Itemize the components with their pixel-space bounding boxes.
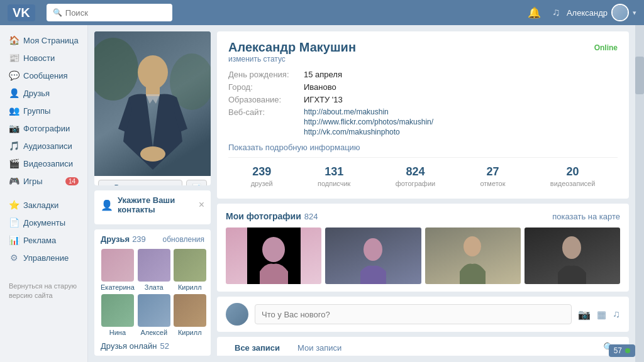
scroll-thumb[interactable] [635, 57, 644, 94]
list-item[interactable]: Кирилл [174, 294, 206, 336]
friends-header: Друзья 239 обновления [101, 234, 204, 244]
audio-icon: 🎵 [9, 141, 19, 151]
topbar: VK 🔍 🔔 ♫ Александр ▾ [0, 0, 644, 25]
city-label: Город: [228, 82, 304, 92]
sidebar-item-games[interactable]: 🎮 Игры 14 [0, 172, 87, 190]
sidebar-item-ads[interactable]: 📊 Реклама [0, 231, 87, 249]
education-label: Образование: [228, 95, 304, 104]
sidebar-item-audio[interactable]: 🎵 Аудиозаписи [0, 137, 87, 155]
photos-map-link[interactable]: показать на карте [552, 212, 620, 221]
stat-photos[interactable]: 824 фотографии [396, 165, 436, 187]
user-name: Александр [567, 8, 608, 18]
search-bar[interactable]: 🔍 [47, 4, 172, 21]
avatar [611, 4, 629, 21]
list-item[interactable]: Алексей [138, 294, 170, 336]
sidebar-back-link[interactable]: Вернуться на старую версию сайта [0, 277, 87, 306]
friends-title: Друзья [101, 234, 130, 244]
sidebar-item-video[interactable]: 🎬 Видеозаписи [0, 155, 87, 172]
city-value: Иваново [304, 82, 336, 92]
friends-icon: 👤 [9, 88, 19, 98]
list-item[interactable]: Кирилл [174, 249, 206, 291]
tabs-section: Все записи Мои записи 🔍 [217, 337, 629, 356]
stat-subscribers[interactable]: 131 подписчик [318, 165, 350, 187]
profile-photo-actions: Редактировать 📊 [94, 176, 211, 185]
bottom-badge-count: 57 [614, 346, 622, 355]
search-input[interactable] [65, 8, 166, 18]
photo-thumb-1[interactable] [226, 228, 321, 284]
profile-photo-card: Редактировать 📊 [94, 31, 211, 185]
photos-title: Мои фотографии [226, 211, 301, 221]
post-camera-icon[interactable]: 📷 [578, 309, 591, 321]
friends-updates-link[interactable]: обновления [163, 235, 204, 244]
sidebar-item-news[interactable]: 📰 Новости [0, 49, 87, 67]
post-actions: 📷 ▦ ♫ [578, 309, 620, 321]
profile-name-text: Александр Макушин [228, 40, 356, 55]
sidebar-item-docs[interactable]: 📄 Документы [0, 214, 87, 231]
topbar-icons: 🔔 ♫ [528, 6, 560, 19]
ads-icon: 📊 [9, 235, 19, 245]
photo-svg-4 [545, 228, 599, 284]
photo-svg-3 [446, 228, 499, 284]
svg-point-9 [464, 236, 481, 256]
stat-likes[interactable]: 27 отметок [480, 165, 505, 187]
website-link-1[interactable]: http://about.me/makushin [304, 107, 433, 116]
post-grid-icon[interactable]: ▦ [597, 309, 606, 321]
photo-thumb-3[interactable] [425, 228, 521, 284]
friend-name: Екатерина [101, 283, 135, 291]
photos-section: Мои фотографии 824 показать на карте [217, 204, 629, 292]
list-item[interactable]: Екатерина [101, 249, 135, 291]
games-icon: 🎮 [9, 176, 19, 186]
show-more-link[interactable]: Показать подробную информацию [228, 143, 618, 152]
photos-header: Мои фотографии 824 показать на карте [226, 211, 620, 221]
sidebar-item-groups[interactable]: 👥 Группы [0, 102, 87, 119]
website-link-2[interactable]: http://www.flickr.com/photos/makushin/ [304, 118, 433, 126]
photos-grid [226, 228, 620, 284]
svg-point-7 [262, 237, 285, 262]
stat-videos-label: видеозаписей [550, 180, 596, 187]
list-item[interactable]: Нина [101, 294, 135, 336]
tab-my-posts[interactable]: Мои записи [289, 337, 350, 356]
photo-thumb-4[interactable] [525, 228, 620, 284]
contacts-widget: 👤 Укажите Ваши контакты × [94, 190, 211, 224]
photo-thumb-2[interactable] [325, 228, 421, 284]
online-dot [625, 348, 630, 353]
contacts-close-button[interactable]: × [199, 199, 204, 211]
edit-button[interactable]: Редактировать [98, 180, 182, 185]
profile-status-link[interactable]: изменить статус [228, 55, 618, 63]
bottom-badge[interactable]: 57 [609, 344, 635, 357]
video-icon: 🎬 [9, 158, 19, 168]
stat-videos[interactable]: 20 видеозаписей [550, 165, 596, 187]
stat-friends[interactable]: 239 друзей [251, 165, 273, 187]
sidebar-item-settings[interactable]: ⚙ Управление [0, 249, 87, 266]
notifications-icon[interactable]: 🔔 [528, 6, 541, 19]
sidebar-item-my-page[interactable]: 🏠 Моя Страница [0, 31, 87, 49]
photo-svg-1 [247, 228, 301, 284]
dropdown-icon[interactable]: ▾ [633, 9, 636, 17]
education-field: Образование: ИГХТУ '13 [228, 95, 618, 104]
contacts-icon: 👤 [101, 199, 113, 211]
post-music-icon[interactable]: ♫ [613, 309, 620, 321]
birthday-field: День рождения: 15 апреля [228, 70, 618, 79]
post-input[interactable] [255, 304, 572, 324]
sidebar-item-photos[interactable]: 📷 Фотографии [0, 119, 87, 137]
sidebar-item-messages[interactable]: 💬 Сообщения [0, 67, 87, 84]
tab-all-posts[interactable]: Все записи [226, 337, 289, 356]
scrollbar[interactable] [635, 25, 644, 362]
vk-logo[interactable]: VK [8, 4, 35, 21]
stat-likes-label: отметок [480, 180, 505, 187]
main-layout: 🏠 Моя Страница 📰 Новости 💬 Сообщения 👤 Д… [0, 25, 644, 362]
stat-subscribers-label: подписчик [318, 180, 350, 187]
education-value: ИГХТУ '13 [304, 95, 343, 104]
website-link-3[interactable]: http://vk.com/makushinphoto [304, 128, 433, 136]
settings-icon: ⚙ [9, 253, 19, 263]
list-item[interactable]: Злата [138, 249, 170, 291]
music-icon[interactable]: ♫ [552, 6, 560, 19]
profile-photo [94, 31, 211, 176]
chart-button[interactable]: 📊 [186, 180, 207, 185]
contacts-widget-title: Укажите Ваши контакты [118, 195, 194, 214]
sidebar-item-bookmarks[interactable]: ⭐ Закладки [0, 196, 87, 214]
tabs-bar: Все записи Мои записи 🔍 [217, 337, 629, 356]
user-menu[interactable]: Александр ▾ [567, 4, 636, 21]
friends-online[interactable]: Друзья онлайн 52 [101, 341, 204, 351]
sidebar-item-friends[interactable]: 👤 Друзья [0, 84, 87, 102]
